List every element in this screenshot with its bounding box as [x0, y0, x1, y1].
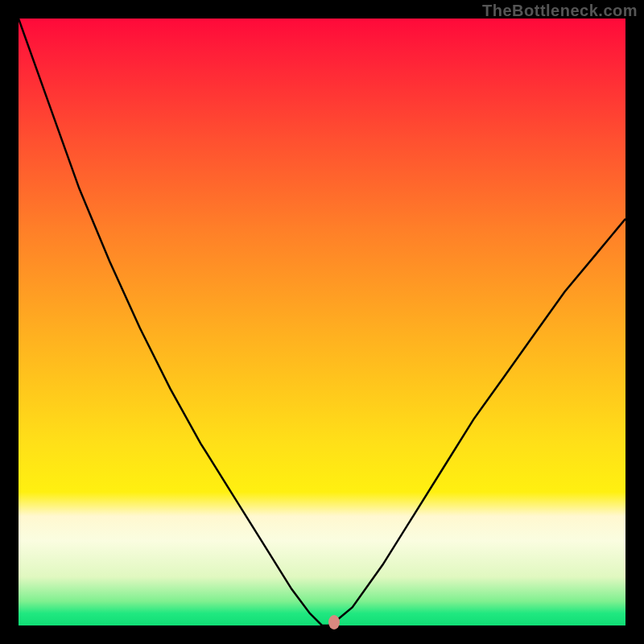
attribution-text: TheBottleneck.com: [482, 2, 638, 20]
chart-background: [19, 19, 625, 625]
optimal-point-marker: [328, 615, 340, 630]
